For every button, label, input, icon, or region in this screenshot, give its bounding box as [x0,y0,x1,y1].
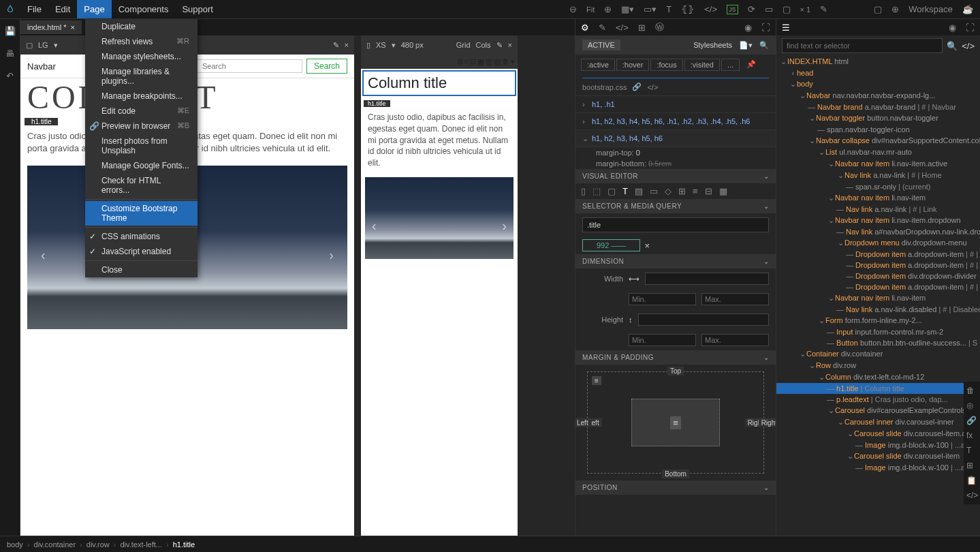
carousel-next-icon[interactable]: › [502,218,507,234]
search-icon[interactable]: ⊕ [891,4,899,14]
plugin-icon[interactable]: ⊞ [638,22,646,33]
menu-support[interactable]: Support [175,0,220,18]
menu-item[interactable]: Duplicate [85,19,197,34]
menu-item[interactable]: Customize Bootstrap Theme [85,201,197,226]
carousel-prev-icon[interactable]: ‹ [41,247,46,263]
target-icon[interactable]: ◎ [966,401,977,410]
menu-file[interactable]: File [20,0,48,18]
nav-brand[interactable]: Navbar [27,61,56,72]
pseudo-active[interactable]: :active [581,59,615,71]
tool-icon[interactable]: ▦ [477,57,484,66]
tree-icon[interactable]: ☰ [782,22,790,33]
code-icon[interactable]: ⦃⦄ [681,4,695,14]
height-max[interactable] [701,334,769,346]
close-icon[interactable]: × [345,41,349,49]
ve-icon[interactable]: ▯ [581,186,586,196]
selector-input[interactable] [582,217,769,232]
save-icon[interactable]: 💾 [5,26,16,36]
undo-icon[interactable]: ↶ [6,71,14,81]
ve-icon[interactable]: ▨ [635,186,643,196]
dup-icon[interactable]: ⊞ [966,461,977,470]
file-icon[interactable]: 📄▾ [739,41,753,50]
tree-node[interactable]: ⌄Column div.text-left.col-md-12 [776,371,980,383]
selector-header[interactable]: SELECTOR & MEDIA QUERY [582,202,682,210]
collapse-icon[interactable]: ⌄ [763,258,770,265]
tree-node[interactable]: — span.sr-only | (current) [776,181,980,192]
menu-item[interactable]: Manage breakpoints... [85,89,197,104]
lead-text[interactable]: Cras justo odio, dapibus ac facilisis in… [361,108,518,173]
tree-node[interactable]: ⌄Navbar nav item li.nav-item [776,292,980,304]
tree-node[interactable]: ⌄Carousel div#carouselExampleControls.ca… [776,405,980,416]
ruler-icon[interactable]: ▭▾ [644,4,657,14]
link-icon[interactable]: 🔗 [966,416,977,425]
h1-title[interactable]: Column title [364,72,515,95]
tree-node[interactable]: ›head [776,67,980,78]
tree-node[interactable]: — Dropdown item a.dropdown-item | # | Ac… [776,249,980,260]
link-icon[interactable]: 🔗 [632,82,642,91]
crumb-item[interactable]: body [7,540,23,549]
menu-item[interactable]: Insert photos from Unsplash [85,134,197,158]
tool-icon[interactable]: ⊞ [457,57,463,66]
menu-item[interactable]: 🔗Preview in browser⌘B [85,119,197,134]
tree-node[interactable]: — h1.title | Column title [776,383,980,394]
pseudo-focus[interactable]: :focus [650,59,682,71]
tree-node[interactable]: — Nav link a.nav-link | # | Link [776,204,980,215]
search-icon[interactable]: 🔍 [947,41,958,51]
tree-node[interactable]: ⌄Carousel inner div.carousel-inner [776,416,980,428]
menu-item[interactable]: ✓JavaScript enabled [85,244,197,259]
tree-node[interactable]: — Input input.form-control.mr-sm-2 [776,326,980,337]
menu-item[interactable]: ✓CSS animations [85,229,197,244]
workspace-label[interactable]: Workspace [908,4,953,14]
tree-node[interactable]: — Dropdown item a.dropdown-item | # | So… [776,281,980,292]
js-icon[interactable]: JS [727,5,738,14]
tree-node[interactable]: ⌄Carousel slide div.carousel-item.active [776,428,980,440]
ve-text-icon[interactable]: T [622,186,628,196]
menu-item[interactable]: Edit code⌘E [85,104,197,119]
carousel-prev-icon[interactable]: ‹ [372,218,377,234]
tree-node[interactable]: ⌄Navbar nav item li.nav-item.dropdown [776,215,980,226]
css-rule[interactable]: ⌄h1, h2, h3, h4, h5, h6 [575,130,776,147]
tree-node[interactable]: — Nav link a#navbarDropdown.nav-link.dro… [776,226,980,237]
fx-icon[interactable]: fx [966,431,977,440]
width-max[interactable] [701,293,769,305]
tree-node[interactable]: — Dropdown item div.dropdown-divider [776,271,980,281]
ve-icon[interactable]: ⬚ [592,186,601,196]
crumb-item[interactable]: h1.title [173,540,195,549]
height-input[interactable] [638,313,770,326]
device-icon[interactable]: ▢ [26,41,33,50]
height-min[interactable] [629,334,696,346]
tree-node[interactable]: — Button button.btn.btn-outline-success.… [776,337,980,348]
collapse-icon[interactable]: ⌄ [763,202,770,210]
ve-icon[interactable]: ◇ [665,186,671,196]
tree-node[interactable]: ⌄Navbar nav.navbar.navbar-expand-lg... [776,90,980,102]
ve-icon[interactable]: ▦ [719,186,727,196]
tree-node[interactable]: ⌄Container div.container [776,348,980,360]
tree-node[interactable]: ⌄Navbar nav item li.nav-item [776,192,980,204]
grid-label[interactable]: Grid [456,41,471,49]
crumb-item[interactable]: div.row [86,540,110,549]
tool-icon[interactable]: ▤ [494,57,501,66]
code-icon[interactable]: </> [647,83,658,91]
tree-node[interactable]: ⌄Row div.row [776,360,980,371]
brush-icon[interactable]: ✎ [333,41,339,50]
position-header[interactable]: POSITION [582,484,618,491]
close-icon[interactable]: × [508,41,512,49]
eye-icon[interactable]: ◉ [949,22,956,33]
box-model[interactable]: Top Left Right Bottom ≡ Top Left Right B… [575,365,776,480]
dimension-header[interactable]: DIMENSION [582,258,624,265]
crumb-item[interactable]: div.container [34,540,76,549]
close-icon[interactable]: × [644,241,650,251]
collapse-icon[interactable]: ⌄ [763,172,770,180]
tool-icon[interactable]: 🗑 [502,57,509,66]
tree-node[interactable]: ⌄Nav link a.nav-link | # | Home [776,170,980,181]
tool-icon[interactable]: ⊟ [470,57,476,66]
carousel-next-icon[interactable]: › [329,247,334,263]
menu-item[interactable]: Manage stylesheets... [85,49,197,64]
html-icon[interactable]: </> [704,4,717,14]
menu-page[interactable]: Page [77,0,111,18]
collapse-icon[interactable]: ⌄ [763,354,770,361]
menu-item[interactable]: Manage libraries & plugins... [85,64,197,89]
tree-node[interactable]: ⌄Form form.form-inline.my-2... [776,315,980,326]
tree-node[interactable]: — Navbar brand a.navbar-brand | # | Navb… [776,102,980,112]
text-icon[interactable]: T [666,4,671,14]
